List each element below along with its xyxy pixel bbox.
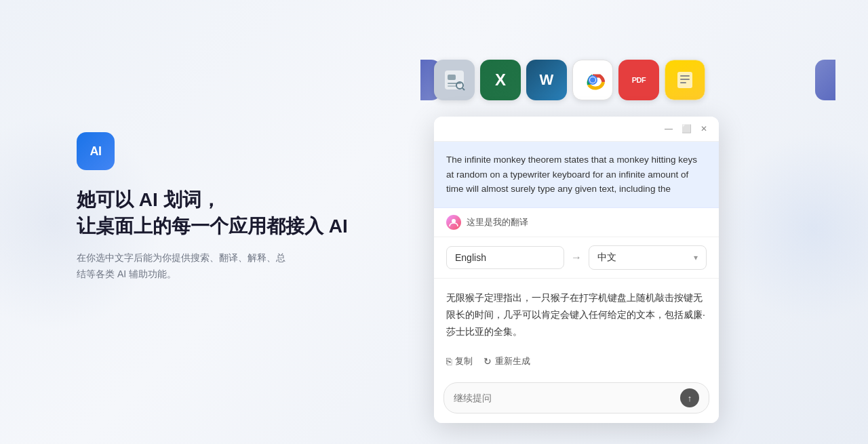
maximize-button[interactable]: ⬜ xyxy=(681,123,692,134)
chat-input-wrapper: ↑ xyxy=(443,382,709,413)
translation-header: 这里是我的翻译 xyxy=(434,208,719,237)
send-button[interactable]: ↑ xyxy=(680,388,699,407)
ai-logo-text: AI xyxy=(90,144,102,159)
svg-rect-13 xyxy=(680,82,686,83)
target-language-text: 中文 xyxy=(597,251,616,264)
regenerate-button[interactable]: ↻ 重新生成 xyxy=(484,355,530,367)
dialog-card: — ⬜ ✕ The infinite monkey theorem states… xyxy=(434,117,719,423)
regenerate-label: 重新生成 xyxy=(495,355,530,367)
app-icon-pdf[interactable]: PDF xyxy=(618,60,659,100)
translation-label: 这里是我的翻译 xyxy=(467,216,528,228)
app-icons-row: X W PDF xyxy=(434,60,705,100)
source-language-select[interactable]: English xyxy=(446,246,564,269)
app-icon-word[interactable]: W xyxy=(526,60,567,100)
avatar xyxy=(446,215,461,230)
action-buttons: ⎘ 复制 ↻ 重新生成 xyxy=(434,348,719,376)
translation-result: 无限猴子定理指出，一只猴子在打字机键盘上随机敲击按键无限长的时间，几乎可以肯定会… xyxy=(434,279,719,349)
send-icon: ↑ xyxy=(688,393,692,403)
svg-rect-1 xyxy=(448,75,456,80)
app-icon-notes[interactable] xyxy=(665,60,705,100)
main-title-line1: 她可以 AI 划词， xyxy=(77,189,220,210)
app-icon-excel[interactable]: X xyxy=(480,60,521,100)
language-row: English → 中文 ▾ xyxy=(434,237,719,279)
bg-decoration-right xyxy=(719,134,868,323)
sub-description: 在你选中文字后能为你提供搜索、翻译、解释、总结等各类 AI 辅助功能。 xyxy=(77,250,294,283)
translation-text: 无限猴子定理指出，一只猴子在打字机键盘上随机敲击按键无限长的时间，几乎可以肯定会… xyxy=(446,289,707,341)
minimize-button[interactable]: — xyxy=(663,123,674,134)
selected-text-preview: The infinite monkey theorem states that … xyxy=(434,142,719,208)
app-icon-chrome[interactable] xyxy=(572,60,613,100)
left-content: AI 她可以 AI 划词， 让桌面上的每一个应用都接入 AI 在你选中文字后能为… xyxy=(77,132,348,283)
copy-label: 复制 xyxy=(455,355,473,367)
svg-rect-12 xyxy=(680,79,690,80)
main-title-line2: 让桌面上的每一个应用都接入 AI xyxy=(77,216,348,237)
ai-logo: AI xyxy=(77,132,115,170)
svg-rect-11 xyxy=(680,75,690,77)
svg-point-9 xyxy=(590,77,595,83)
copy-button[interactable]: ⎘ 复制 xyxy=(446,355,473,367)
title-bar: — ⬜ ✕ xyxy=(434,117,719,142)
chevron-down-icon: ▾ xyxy=(694,253,698,262)
copy-icon: ⎘ xyxy=(446,356,452,367)
input-area: ↑ xyxy=(434,376,719,423)
close-button[interactable]: ✕ xyxy=(698,123,709,134)
app-icon-preview[interactable] xyxy=(434,60,475,100)
chat-input[interactable] xyxy=(454,393,680,403)
target-language-select[interactable]: 中文 ▾ xyxy=(589,245,707,270)
svg-line-5 xyxy=(462,88,465,90)
source-language-text: English xyxy=(455,252,486,263)
svg-rect-3 xyxy=(448,85,457,87)
arrow-icon: → xyxy=(571,251,582,264)
svg-point-14 xyxy=(452,219,456,223)
svg-rect-2 xyxy=(448,83,461,84)
main-title: 她可以 AI 划词， 让桌面上的每一个应用都接入 AI xyxy=(77,186,348,239)
regenerate-icon: ↻ xyxy=(484,356,492,367)
partial-icon-right xyxy=(815,60,835,100)
